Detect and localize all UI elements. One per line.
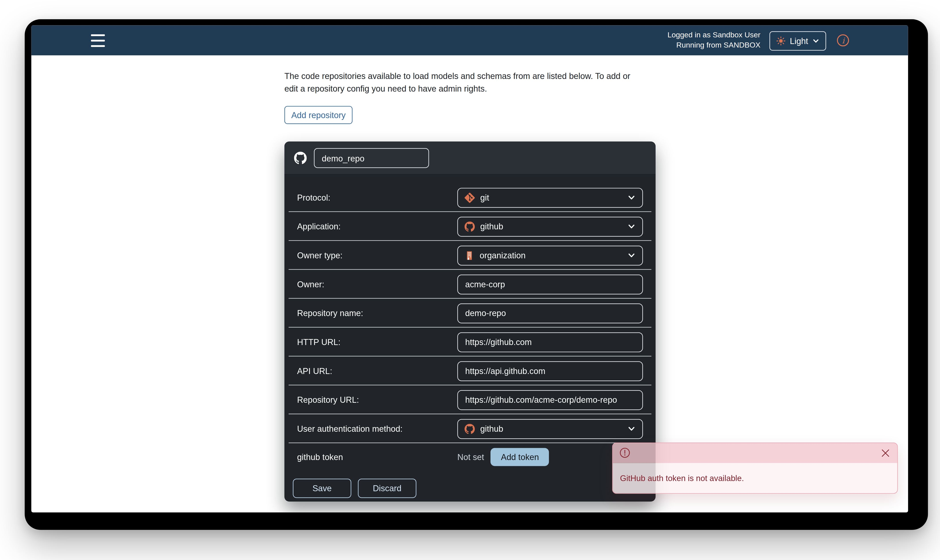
repository-card: Protocol: git	[284, 142, 656, 502]
app-window-frame: Logged in as Sandbox User Running from S…	[25, 19, 928, 530]
error-toast-body: GitHub auth token is not available.	[613, 463, 897, 493]
chevron-down-icon	[627, 425, 636, 433]
chevron-down-icon	[627, 251, 636, 259]
add-token-button[interactable]: Add token	[491, 448, 549, 466]
github-icon	[465, 423, 475, 434]
card-footer: Save Discard	[284, 471, 656, 498]
field-row-api-url: API URL:	[284, 357, 656, 386]
field-label: User authentication method:	[297, 424, 403, 434]
git-icon	[465, 192, 475, 203]
field-row-owner-type: Owner type:	[284, 241, 656, 270]
intro-text: The code repositories available to load …	[284, 70, 658, 95]
field-label: Owner type:	[297, 251, 343, 260]
field-row-http-url: HTTP URL:	[284, 328, 656, 357]
error-toast: GitHub auth token is not available.	[612, 443, 898, 494]
field-row-user-auth-method: User authentication method: github	[284, 414, 656, 443]
hamburger-menu-icon[interactable]	[91, 34, 105, 47]
token-status-text: Not set	[457, 452, 484, 462]
field-row-protocol: Protocol: git	[284, 183, 656, 212]
field-label: HTTP URL:	[297, 337, 340, 347]
theme-select[interactable]: Light	[770, 31, 826, 51]
repository-config-name-input[interactable]	[314, 148, 429, 168]
top-navigation-bar: Logged in as Sandbox User Running from S…	[31, 25, 908, 55]
field-row-repository-url: Repository URL:	[284, 385, 656, 414]
user-auth-method-select[interactable]: github	[457, 418, 643, 438]
error-toast-message: GitHub auth token is not available.	[620, 474, 744, 483]
running-from-text: Running from SANDBOX	[668, 40, 761, 51]
http-url-input[interactable]	[457, 332, 643, 352]
theme-select-value: Light	[790, 36, 808, 46]
github-icon	[465, 221, 475, 231]
save-button[interactable]: Save	[293, 478, 351, 498]
field-label: API URL:	[297, 366, 332, 376]
field-label: Repository name:	[297, 308, 363, 318]
field-label: Application:	[297, 222, 341, 231]
owner-type-select[interactable]: organization	[457, 245, 643, 265]
discard-button[interactable]: Discard	[358, 478, 416, 498]
field-row-repository-name: Repository name:	[284, 298, 656, 328]
api-url-input[interactable]	[457, 361, 643, 381]
application-select[interactable]: github	[457, 217, 643, 237]
app-viewport: Logged in as Sandbox User Running from S…	[31, 25, 908, 512]
chevron-down-icon	[627, 222, 636, 231]
alert-circle-icon	[619, 448, 630, 461]
info-icon[interactable]: i	[837, 34, 850, 47]
organization-icon	[465, 250, 474, 260]
add-repository-button[interactable]: Add repository	[284, 106, 353, 124]
repository-card-header	[284, 142, 656, 175]
main-content: The code repositories available to load …	[31, 55, 908, 512]
repository-name-input[interactable]	[457, 303, 643, 323]
field-row-application: Application: github	[284, 212, 656, 241]
github-token-row: github token Not set Add token	[284, 443, 656, 471]
github-icon	[294, 152, 307, 164]
close-icon[interactable]	[881, 449, 889, 457]
field-label: Owner:	[297, 279, 324, 289]
field-row-owner: Owner:	[284, 270, 656, 299]
field-label: Protocol:	[297, 192, 330, 202]
chevron-down-icon	[812, 37, 820, 45]
session-info: Logged in as Sandbox User Running from S…	[668, 30, 761, 51]
repository-url-input[interactable]	[457, 390, 643, 410]
logged-in-as-text: Logged in as Sandbox User	[668, 30, 761, 40]
error-toast-header	[613, 443, 897, 463]
chevron-down-icon	[627, 193, 636, 202]
sun-icon	[776, 36, 786, 46]
repository-card-body: Protocol: git	[284, 174, 656, 498]
github-token-label: github token	[297, 452, 343, 462]
svg-text:i: i	[842, 36, 845, 45]
owner-input[interactable]	[457, 274, 643, 294]
field-label: Repository URL:	[297, 395, 359, 405]
protocol-select[interactable]: git	[457, 188, 643, 208]
page: Logged in as Sandbox User Running from S…	[0, 0, 940, 560]
